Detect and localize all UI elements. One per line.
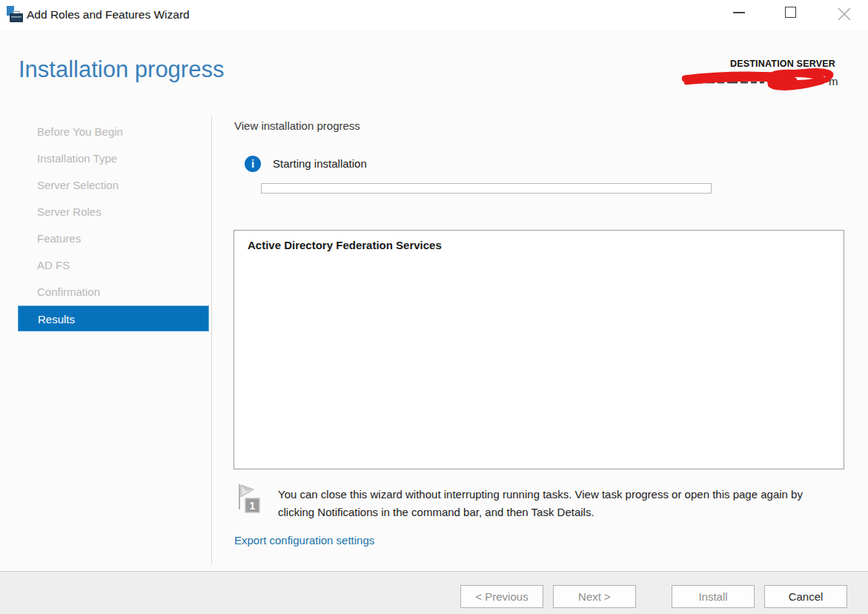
section-title: View installation progress <box>234 119 360 132</box>
maximize-button[interactable] <box>774 0 808 30</box>
nav-item-results[interactable]: Results <box>18 306 209 331</box>
notification-flag-icon: 1 <box>236 483 261 515</box>
status-text: Starting installation <box>273 157 367 170</box>
footer-bar: < Previous Next > Install Cancel <box>0 571 868 614</box>
redaction-scribble-icon: m <box>682 67 841 93</box>
export-configuration-link[interactable]: Export configuration settings <box>234 534 374 547</box>
server-name-redacted: m <box>682 67 841 93</box>
role-name: Active Directory Federation Services <box>234 231 844 251</box>
nav-item-installation-type: Installation Type <box>18 145 209 172</box>
minimize-button[interactable] <box>722 0 756 30</box>
close-icon <box>837 7 852 22</box>
nav-item-server-roles: Server Roles <box>18 199 209 225</box>
title-bar: Add Roles and Features Wizard <box>0 0 868 30</box>
progress-bar <box>261 183 712 194</box>
install-button[interactable]: Install <box>672 585 755 608</box>
wizard-window: Add Roles and Features Wizard Installati… <box>0 0 868 614</box>
server-name-suffix: m <box>829 75 838 88</box>
installation-details-box: Active Directory Federation Services <box>233 230 844 469</box>
notification-badge: 1 <box>250 500 256 512</box>
close-wizard-note: You can close this wizard without interr… <box>278 486 828 521</box>
cancel-button[interactable]: Cancel <box>764 585 847 608</box>
previous-button[interactable]: < Previous <box>460 585 543 608</box>
nav-item-features: Features <box>18 225 209 252</box>
nav-item-ad-fs: AD FS <box>18 252 209 279</box>
wizard-nav: Before You Begin Installation Type Serve… <box>18 119 209 331</box>
nav-item-server-selection: Server Selection <box>18 172 209 199</box>
nav-divider <box>211 116 212 565</box>
server-manager-icon <box>6 6 24 24</box>
page-title: Installation progress <box>19 56 224 83</box>
maximize-icon <box>785 7 796 18</box>
info-icon: i <box>245 156 261 172</box>
next-button[interactable]: Next > <box>553 585 636 608</box>
nav-item-confirmation: Confirmation <box>18 279 209 306</box>
minimize-icon <box>733 12 745 13</box>
window-title: Add Roles and Features Wizard <box>27 0 190 30</box>
close-button[interactable] <box>826 0 863 30</box>
nav-item-before-you-begin: Before You Begin <box>18 119 209 145</box>
